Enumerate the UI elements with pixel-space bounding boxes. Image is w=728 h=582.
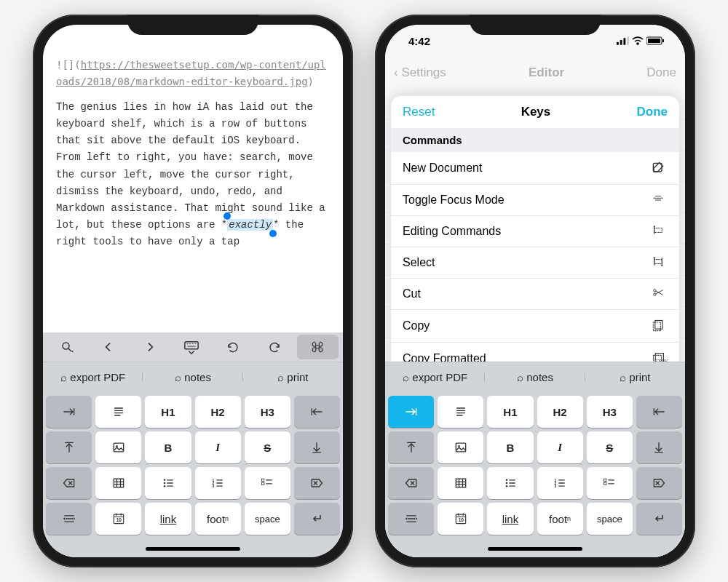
selection-handle-end[interactable] — [269, 230, 277, 237]
svg-line-55 — [656, 290, 663, 294]
svg-rect-81 — [604, 482, 606, 485]
task-list-key[interactable] — [587, 467, 633, 499]
svg-rect-63 — [456, 479, 465, 487]
move-up-key[interactable] — [388, 431, 434, 463]
tab-left-key[interactable] — [636, 396, 682, 428]
tab-left-key[interactable] — [294, 396, 340, 428]
footnote-key[interactable]: footn — [195, 503, 241, 535]
chevron-left-icon[interactable] — [87, 332, 129, 362]
paragraph-pre: The genius lies in how iA has laid out t… — [56, 101, 331, 231]
svg-rect-44 — [654, 228, 662, 233]
image-key[interactable] — [438, 431, 483, 463]
scissors-icon — [649, 288, 668, 300]
svg-line-54 — [656, 291, 663, 295]
link-key[interactable]: link — [487, 503, 533, 535]
link-key[interactable]: link — [145, 503, 191, 535]
cellular-icon — [617, 36, 629, 45]
phone-right: 4:42 ‹ Settings Editor Done Reset Keys D… — [375, 15, 695, 567]
space-key[interactable]: space — [587, 503, 633, 535]
battery-icon — [646, 36, 665, 45]
status-time: 4:42 — [408, 35, 430, 47]
move-up-key[interactable] — [46, 431, 92, 463]
svg-rect-8 — [114, 443, 123, 452]
return-key[interactable] — [294, 503, 340, 535]
delete-word-left-key[interactable] — [46, 467, 92, 499]
text-selection[interactable]: exactly — [227, 219, 273, 231]
editor-paragraph[interactable]: The genius lies in how iA has laid out t… — [56, 99, 330, 250]
markdown-keyboard: H1 H2 H3 B I S 123 — [385, 392, 685, 540]
h1-key[interactable]: H1 — [145, 396, 191, 428]
focus-toggle-key[interactable] — [46, 503, 92, 535]
date-key[interactable]: 10 — [95, 503, 141, 535]
date-key[interactable]: 10 — [438, 503, 483, 535]
tab-right-key[interactable] — [388, 396, 434, 428]
h1-key[interactable]: H1 — [487, 396, 533, 428]
svg-rect-39 — [627, 36, 629, 44]
paragraph-key[interactable] — [95, 396, 141, 428]
bold-key[interactable]: B — [145, 431, 191, 463]
undo-icon[interactable] — [213, 332, 254, 362]
editor-area[interactable]: ![](https://thesweetsetup.com/wp-content… — [43, 57, 343, 332]
image-key[interactable] — [95, 431, 141, 463]
italic-key[interactable]: I — [537, 431, 583, 463]
h3-key[interactable]: H3 — [245, 396, 290, 428]
section-commands: Commands — [391, 128, 679, 152]
strikethrough-key[interactable]: S — [245, 431, 290, 463]
bullet-list-key[interactable] — [145, 467, 191, 499]
h3-key[interactable]: H3 — [587, 396, 633, 428]
suggestion-bar: ⌕ export PDF ⌕ notes ⌕ print — [43, 362, 343, 392]
bold-key[interactable]: B — [487, 431, 533, 463]
suggestion-3[interactable]: ⌕ print — [585, 371, 685, 383]
focus-toggle-key[interactable] — [388, 503, 434, 535]
tab-right-key[interactable] — [46, 396, 92, 428]
home-indicator[interactable] — [385, 540, 685, 557]
nav-done: Done — [646, 65, 676, 80]
suggestion-1[interactable]: ⌕ export PDF — [43, 371, 143, 383]
select-icon — [649, 256, 668, 269]
nav-back: ‹ Settings — [394, 65, 446, 80]
svg-text:3: 3 — [555, 484, 557, 488]
suggestion-1[interactable]: ⌕ export PDF — [385, 371, 485, 383]
suggestion-3[interactable]: ⌕ print — [243, 371, 343, 383]
paragraph-key[interactable] — [438, 396, 483, 428]
table-key[interactable] — [438, 467, 483, 499]
cmd-new-document[interactable]: New Document — [391, 152, 679, 185]
delete-word-right-key[interactable] — [294, 467, 340, 499]
space-key[interactable]: space — [245, 503, 290, 535]
return-key[interactable] — [636, 503, 682, 535]
cmd-copy[interactable]: Copy — [391, 310, 679, 343]
italic-key[interactable]: I — [195, 431, 241, 463]
cmd-editing-commands[interactable]: Editing Commands — [391, 216, 679, 247]
chevron-right-icon[interactable] — [129, 332, 170, 362]
h2-key[interactable]: H2 — [195, 396, 241, 428]
task-list-key[interactable] — [245, 467, 290, 499]
numbered-list-key[interactable]: 123 — [537, 467, 583, 499]
strikethrough-key[interactable]: S — [587, 431, 633, 463]
table-key[interactable] — [95, 467, 141, 499]
command-icon[interactable] — [297, 335, 339, 359]
svg-point-16 — [164, 482, 166, 485]
redo-icon[interactable] — [254, 332, 296, 362]
suggestion-2[interactable]: ⌕ notes — [485, 371, 585, 383]
numbered-list-key[interactable]: 123 — [195, 467, 241, 499]
cmd-select[interactable]: Select — [391, 247, 679, 279]
footnote-key[interactable]: footn — [537, 503, 583, 535]
keyboard-dismiss-icon[interactable] — [170, 332, 212, 362]
nav-bar-dimmed: ‹ Settings Editor Done — [385, 57, 685, 89]
search-icon[interactable] — [46, 332, 87, 362]
delete-word-left-key[interactable] — [388, 467, 434, 499]
suggestion-2[interactable]: ⌕ notes — [143, 371, 242, 383]
sheet-done-button[interactable]: Done — [637, 105, 668, 119]
copy-icon — [649, 319, 668, 333]
move-down-key[interactable] — [636, 431, 682, 463]
h2-key[interactable]: H2 — [537, 396, 583, 428]
status-icons — [617, 36, 665, 45]
md-image-url: https://thesweetsetup.com/wp-content/upl… — [56, 59, 326, 87]
bullet-list-key[interactable] — [487, 467, 533, 499]
delete-word-right-key[interactable] — [636, 467, 682, 499]
cmd-cut[interactable]: Cut — [391, 279, 679, 310]
sheet-reset-button[interactable]: Reset — [403, 105, 435, 119]
home-indicator[interactable] — [43, 540, 343, 557]
cmd-toggle-focus[interactable]: Toggle Focus Mode — [391, 185, 679, 216]
move-down-key[interactable] — [294, 431, 340, 463]
